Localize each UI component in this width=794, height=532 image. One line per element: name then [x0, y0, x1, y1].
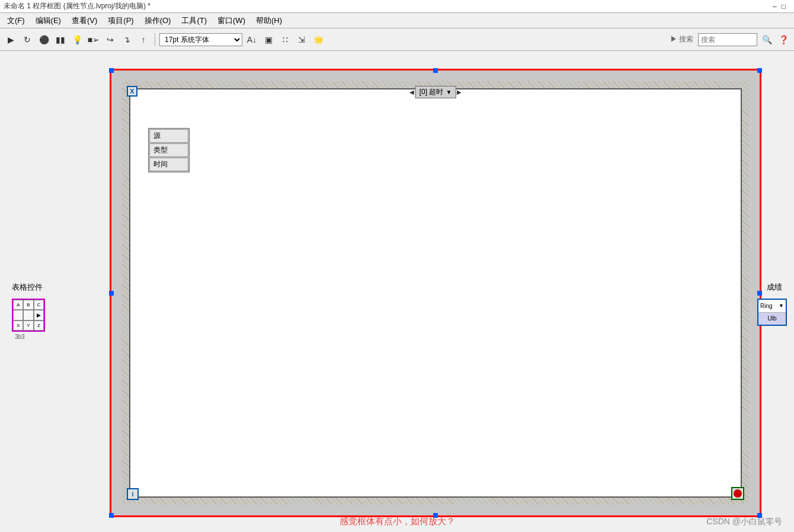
info-icon: i [132, 491, 133, 498]
title-bar: 未命名 1 程序框图 (属性节点.lvproj/我的电脑) * – □ [0, 0, 794, 13]
table-cell-5: ▶ [34, 310, 44, 320]
stop-button-topleft[interactable]: X [127, 86, 137, 97]
grade-widget[interactable]: Ring ▼ Ulb [757, 299, 787, 326]
separator-1 [155, 33, 155, 46]
maximize-btn[interactable]: □ [782, 2, 786, 11]
align-btn[interactable]: ▣ [261, 33, 276, 47]
handle-tc[interactable] [433, 68, 438, 73]
handle-mr[interactable] [757, 291, 762, 296]
table-cell-3 [13, 310, 23, 320]
main-area: 源 类型 时间 X ◀ [0] 超时 ▼ ▶ i [0, 51, 794, 532]
handle-ml[interactable] [109, 291, 114, 296]
grade-ulb: Ulb [758, 313, 786, 325]
while-loop-frame: 源 类型 时间 X ◀ [0] 超时 ▼ ▶ i [122, 81, 749, 505]
table-cell-1: B [23, 300, 33, 310]
run-button[interactable]: ▶ [4, 33, 18, 47]
title-text: 未命名 1 程序框图 (属性节点.lvproj/我的电脑) * [4, 1, 151, 11]
toolbar: ▶ ↻ ⚫ ▮▮ 💡 ■➢ ↪ ↴ ↑ 17pt 系统字体 A↓ ▣ ∷ ⇲ 🌟… [0, 28, 794, 51]
step-out-button[interactable]: ↑ [136, 33, 151, 47]
handle-bl[interactable] [109, 513, 114, 518]
outer-frame: 源 类型 时间 X ◀ [0] 超时 ▼ ▶ i [110, 69, 761, 517]
csdn-label: CSDN @小白鼠零号 [706, 517, 782, 527]
search-label: ▶ 搜索 [670, 34, 693, 44]
resize-btn[interactable]: ⇲ [294, 33, 309, 47]
iteration-value: [0] 超时 [420, 87, 444, 97]
retain-wires-button[interactable]: ■➢ [87, 33, 101, 47]
menu-operate[interactable]: 操作(O) [140, 14, 176, 27]
table-control-sublabel: 3b3 [15, 334, 25, 340]
help-icon[interactable]: ❓ [776, 33, 790, 47]
menu-help[interactable]: 帮助(H) [251, 14, 287, 27]
stop-button-bottomright[interactable] [731, 487, 744, 500]
menu-file[interactable]: 文(F) [2, 14, 30, 27]
event-row-time: 时间 [149, 158, 188, 171]
search-input[interactable] [698, 33, 757, 46]
abort-button[interactable]: ⚫ [37, 33, 51, 47]
iteration-display: ◀ [0] 超时 ▼ ▶ [409, 86, 462, 98]
table-cell-0: A [13, 300, 23, 310]
minimize-btn[interactable]: – [773, 2, 777, 11]
reorder-btn[interactable]: 🌟 [311, 33, 325, 47]
search-icon[interactable]: 🔍 [760, 33, 774, 47]
grade-ring-label: Ring [760, 303, 773, 309]
event-row-source: 源 [149, 129, 188, 143]
loop-canvas: 源 类型 时间 [129, 88, 742, 498]
pause-button[interactable]: ▮▮ [53, 33, 68, 47]
step-into-button[interactable]: ↴ [120, 33, 134, 47]
table-control-label: 表格控件 [12, 282, 43, 293]
menu-edit[interactable]: 编辑(E) [31, 14, 66, 27]
grade-dropdown-icon[interactable]: ▼ [779, 303, 784, 309]
red-circle-icon [734, 489, 742, 498]
table-cell-7: Y [23, 321, 33, 331]
font-selector[interactable]: 17pt 系统字体 [159, 33, 242, 46]
iter-next[interactable]: ▶ [457, 89, 462, 95]
grade-label: 成绩 [767, 282, 782, 293]
handle-tr[interactable] [757, 68, 762, 73]
event-row-type: 类型 [149, 143, 188, 157]
font-size-btn[interactable]: A↓ [245, 33, 259, 47]
menu-view[interactable]: 查看(V) [67, 14, 102, 27]
iter-prev[interactable]: ◀ [409, 89, 414, 95]
event-structure: 源 类型 时间 [148, 128, 190, 172]
table-cell-2: C [34, 300, 44, 310]
grade-ulb-label: Ulb [767, 315, 776, 322]
handle-tl[interactable] [109, 68, 114, 73]
info-button[interactable]: i [127, 488, 139, 500]
grade-ring: Ring ▼ [758, 300, 786, 313]
table-cell-8: Z [34, 321, 44, 331]
menu-bar: 文(F) 编辑(E) 查看(V) 项目(P) 操作(O) 工具(T) 窗口(W)… [0, 13, 794, 28]
iter-dropdown-icon[interactable]: ▼ [446, 89, 452, 95]
handle-bc[interactable] [433, 513, 438, 518]
iteration-box: [0] 超时 ▼ [415, 86, 456, 98]
table-cell-6: X [13, 321, 23, 331]
distribute-btn[interactable]: ∷ [278, 33, 292, 47]
highlight-button[interactable]: 💡 [70, 33, 84, 47]
menu-window[interactable]: 窗口(W) [213, 14, 250, 27]
handle-br[interactable] [757, 513, 762, 518]
table-control-widget[interactable]: A B C ▶ X Y Z [12, 299, 45, 332]
menu-project[interactable]: 项目(P) [103, 14, 138, 27]
menu-tools[interactable]: 工具(T) [177, 14, 212, 27]
table-cell-4 [23, 310, 33, 320]
run-continuously-button[interactable]: ↻ [20, 33, 34, 47]
step-over-button[interactable]: ↪ [103, 33, 117, 47]
